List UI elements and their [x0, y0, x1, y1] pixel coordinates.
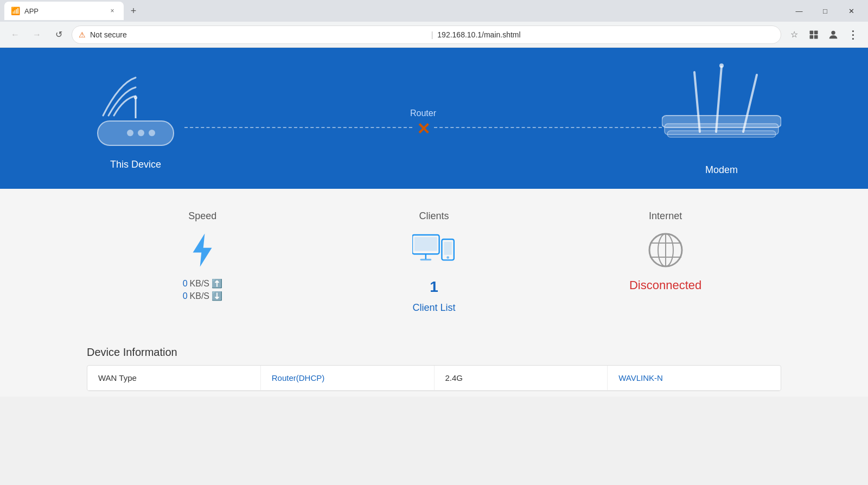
- profile-icon: [827, 29, 839, 41]
- svg-rect-20: [414, 237, 437, 251]
- speed-values: 0 KB/S ⬆️ 0 KB/S ⬇️: [183, 278, 222, 301]
- upload-speed-row: 0 KB/S ⬆️: [183, 278, 222, 289]
- back-button[interactable]: ←: [7, 26, 24, 43]
- clients-card: Clients 1 Client List: [380, 210, 488, 314]
- svg-rect-2: [810, 35, 814, 39]
- svg-point-9: [138, 130, 144, 136]
- wan-type-value: Router(DHCP): [261, 366, 435, 390]
- wifi-tab-icon: 📶: [11, 7, 20, 15]
- client-count: 1: [430, 278, 438, 296]
- modem-illustration: [662, 61, 781, 159]
- title-bar: 📶 APP × + — □ ✕: [0, 0, 868, 22]
- this-device-section: This Device: [87, 67, 184, 170]
- svg-rect-0: [810, 30, 814, 34]
- new-tab-button[interactable]: +: [126, 3, 141, 18]
- close-button[interactable]: ✕: [839, 3, 864, 19]
- svg-rect-7: [98, 121, 174, 145]
- tab-title: APP: [24, 7, 103, 15]
- band-label: 2.4G: [435, 366, 608, 390]
- window-controls: — □ ✕: [787, 3, 864, 19]
- connection-section: Router ✕: [184, 109, 662, 128]
- globe-icon: [647, 231, 685, 269]
- address-bar[interactable]: ⚠ Not secure | 192.168.10.1/main.shtml: [72, 25, 781, 44]
- table-row: WAN Type Router(DHCP) 2.4G WAVLINK-N: [87, 366, 781, 391]
- download-unit: KB/S: [190, 291, 209, 301]
- router-label: Router: [410, 109, 436, 118]
- security-warning-icon: ⚠: [79, 30, 86, 39]
- client-list-link[interactable]: Client List: [412, 302, 455, 314]
- svg-point-4: [831, 30, 835, 34]
- download-value: 0: [183, 291, 188, 301]
- svg-rect-17: [662, 116, 781, 127]
- svg-point-25: [446, 256, 449, 259]
- menu-button[interactable]: ⋮: [844, 26, 861, 43]
- svg-marker-18: [193, 233, 212, 266]
- svg-rect-24: [444, 242, 451, 255]
- internet-card: Internet Disconnected: [611, 210, 720, 314]
- x-mark-icon: ✕: [417, 119, 430, 138]
- left-dashed-line: [184, 127, 412, 128]
- download-arrow-icon: ⬇️: [212, 291, 222, 301]
- svg-rect-22: [420, 259, 431, 260]
- lightning-icon: [186, 231, 219, 269]
- extension-button[interactable]: [805, 26, 822, 43]
- clients-icon: [412, 231, 456, 269]
- stats-section: Speed 0 KB/S ⬆️ 0 KB/S ⬇️: [0, 189, 868, 335]
- address-separator: |: [431, 30, 433, 39]
- maximize-button[interactable]: □: [813, 3, 838, 19]
- not-secure-label: Not secure: [90, 30, 427, 39]
- device-info-title: Device Information: [87, 346, 781, 359]
- refresh-button[interactable]: ↺: [50, 26, 67, 43]
- upload-arrow-icon: ⬆️: [212, 278, 222, 289]
- tab-close-button[interactable]: ×: [107, 6, 117, 16]
- extensions-icon: [808, 29, 819, 40]
- wan-type-label: WAN Type: [87, 366, 261, 390]
- nav-bar: ← → ↺ ⚠ Not secure | 192.168.10.1/main.s…: [0, 22, 868, 48]
- svg-point-6: [134, 96, 137, 99]
- browser-nav-icons: ☆ ⋮: [786, 26, 861, 43]
- clients-title: Clients: [419, 210, 449, 222]
- minimize-button[interactable]: —: [787, 3, 812, 19]
- svg-rect-3: [814, 35, 818, 39]
- svg-point-10: [149, 130, 155, 136]
- download-speed-row: 0 KB/S ⬇️: [183, 291, 222, 301]
- clients-icon-area: [412, 228, 456, 272]
- modem-label: Modem: [705, 164, 738, 176]
- svg-point-13: [719, 63, 724, 68]
- hero-banner: This Device Router ✕: [0, 48, 868, 189]
- this-device-label: This Device: [110, 159, 161, 170]
- svg-point-8: [127, 130, 133, 136]
- disconnected-status: Disconnected: [629, 278, 701, 292]
- device-info-table: WAN Type Router(DHCP) 2.4G WAVLINK-N: [87, 365, 781, 391]
- device-info-section: Device Information WAN Type Router(DHCP)…: [0, 335, 868, 397]
- profile-button[interactable]: [825, 26, 842, 43]
- forward-button[interactable]: →: [28, 26, 46, 43]
- internet-title: Internet: [649, 210, 682, 222]
- bookmark-button[interactable]: ☆: [786, 26, 803, 43]
- modem-section: Modem: [662, 61, 781, 176]
- browser-tab[interactable]: 📶 APP ×: [4, 2, 124, 20]
- right-dashed-line: [434, 127, 662, 128]
- speed-title: Speed: [188, 210, 216, 222]
- svg-rect-1: [814, 30, 818, 34]
- upload-unit: KB/S: [190, 279, 209, 289]
- ssid-value: WAVLINK-N: [608, 366, 781, 390]
- address-text: 192.168.10.1/main.shtml: [437, 30, 774, 39]
- speed-card: Speed 0 KB/S ⬆️ 0 KB/S ⬇️: [148, 210, 257, 314]
- speed-icon-area: [181, 228, 224, 272]
- connection-line: ✕: [184, 127, 662, 128]
- internet-icon-area: [644, 228, 687, 272]
- content-area: This Device Router ✕: [0, 48, 868, 397]
- this-device-illustration: [87, 67, 184, 154]
- upload-value: 0: [183, 279, 188, 289]
